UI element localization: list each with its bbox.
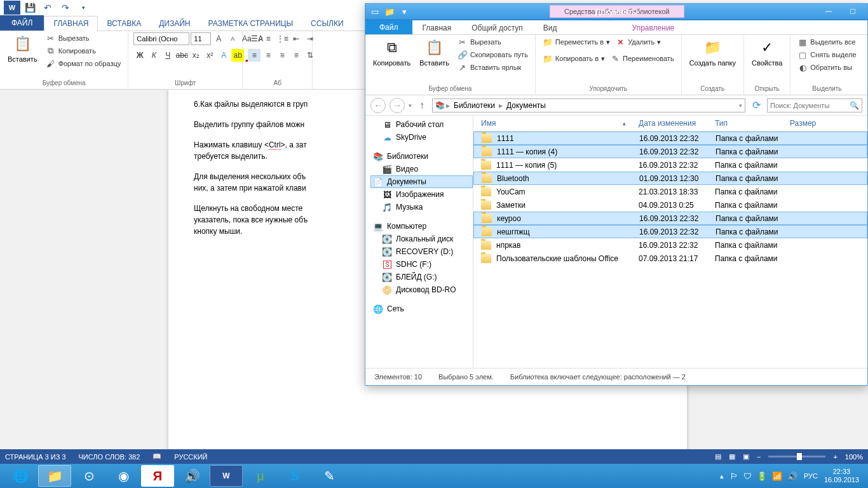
tree-videos[interactable]: 🎬Видео (370, 163, 473, 175)
copy-button[interactable]: ⧉Копировать (44, 45, 123, 57)
explorer-tab-home[interactable]: Главная (412, 22, 462, 34)
subscript-icon[interactable]: x₂ (189, 49, 202, 62)
paste-button[interactable]: 📋 Вставить (5, 32, 40, 64)
ex-selnone-button[interactable]: ▢Снять выделе (796, 49, 858, 60)
file-row[interactable]: YouCam21.03.2013 18:33Папка с файлами (473, 185, 867, 198)
ex-props-button[interactable]: ✓Свойства (749, 36, 785, 68)
ex-paste-button[interactable]: 📋Вставить (417, 36, 452, 68)
col-date[interactable]: Дата изменения (639, 119, 715, 128)
tree-bd[interactable]: 📀Дисковод BD-RO (370, 283, 473, 296)
italic-icon[interactable]: К (147, 49, 160, 62)
word-tab-layout[interactable]: РАЗМЕТКА СТРАНИЦЫ (200, 17, 302, 30)
ex-newfolder-button[interactable]: 📁Создать папку (687, 36, 738, 68)
justify-icon[interactable]: ≡ (290, 49, 302, 62)
multilevel-icon[interactable]: ⋮≡ (276, 32, 288, 45)
file-row[interactable]: нпркав16.09.2013 22:32Папка с файлами (473, 238, 867, 252)
col-type[interactable]: Тип (715, 119, 790, 128)
explorer-tab-manage[interactable]: Управление (622, 22, 685, 34)
tree-computer[interactable]: 💻Компьютер (370, 220, 473, 233)
tray-flag-icon[interactable]: 🏳 (730, 471, 738, 481)
align-center-icon[interactable]: ≡ (262, 49, 275, 62)
taskbar-ie[interactable]: 🌐 (4, 465, 37, 487)
tree-libraries[interactable]: 📚Библиотеки (370, 150, 473, 163)
ex-copy-button[interactable]: ⧉Копировать (370, 36, 413, 68)
underline-icon[interactable]: Ч (161, 49, 174, 62)
tree-local-disk[interactable]: 💽Локальный диск (370, 233, 473, 245)
taskbar-chrome[interactable]: ◉ (107, 465, 140, 487)
view-read-icon[interactable]: ▤ (715, 452, 721, 461)
taskbar-app[interactable]: ✎ (313, 465, 346, 487)
ex-selinv-button[interactable]: ◐Обратить вы (796, 62, 858, 73)
save-icon[interactable]: 💾 (22, 1, 38, 15)
word-tab-file[interactable]: ФАЙЛ (0, 15, 44, 30)
redo-icon[interactable]: ↷ (57, 1, 74, 15)
breadcrumb[interactable]: Библиотеки (451, 101, 498, 110)
taskbar-skype[interactable]: S (278, 465, 311, 487)
tray-wifi-icon[interactable]: 📶 (772, 471, 782, 481)
file-row[interactable]: 111116.09.2013 22:32Папка с файлами (473, 132, 867, 145)
word-tab-home[interactable]: ГЛАВНАЯ (44, 16, 98, 31)
file-row[interactable]: 1111 — копия (4)16.09.2013 22:32Папка с … (473, 145, 867, 158)
align-left-icon[interactable]: ≡ (248, 49, 261, 62)
zoom-in-icon[interactable]: + (833, 453, 837, 461)
nav-forward-button[interactable]: → (390, 98, 405, 113)
zoom-slider[interactable] (768, 456, 825, 458)
cut-button[interactable]: ✂Вырезать (44, 32, 123, 44)
highlight-icon[interactable]: ab (231, 49, 244, 62)
taskbar-explorer[interactable]: 📁 (38, 465, 71, 487)
col-name[interactable]: Имя▴ (473, 119, 639, 128)
ex-move-button[interactable]: 📁Переместить в ▾ (541, 36, 612, 48)
breadcrumb[interactable]: Документы (504, 101, 548, 110)
taskbar-volume[interactable]: 🔊 (175, 465, 208, 487)
ex-cut-button[interactable]: ✂Вырезать (456, 36, 530, 48)
explorer-tab-view[interactable]: Вид (533, 22, 567, 34)
file-row[interactable]: нешгпжщ16.09.2013 22:32Папка с файлами (473, 225, 867, 238)
word-tab-design[interactable]: ДИЗАЙН (150, 17, 199, 30)
addr-dropdown-icon[interactable]: ▾ (739, 102, 742, 109)
word-tab-references[interactable]: ССЫЛКИ (302, 17, 352, 30)
explorer-tab-share[interactable]: Общий доступ (461, 22, 533, 34)
view-print-icon[interactable]: ▦ (729, 452, 735, 461)
line-spacing-icon[interactable]: ⇅ (304, 49, 316, 62)
zoom-level[interactable]: 100% (845, 453, 863, 461)
taskbar-utorrent[interactable]: μ (244, 465, 277, 487)
superscript-icon[interactable]: x² (203, 49, 216, 62)
ex-copyto-button[interactable]: 📁Копировать в ▾ (541, 53, 607, 64)
word-app-icon[interactable]: W (4, 1, 20, 15)
taskbar-hp[interactable]: ⊙ (72, 465, 105, 487)
explorer-qat-props-icon[interactable]: ▾ (397, 5, 411, 18)
tray-language[interactable]: РУС (804, 472, 818, 480)
address-bar[interactable]: 📚 ▸ Библиотеки ▸ Документы ▾ (432, 98, 745, 112)
indent-dec-icon[interactable]: ⇤ (290, 32, 302, 45)
font-name-input[interactable] (133, 32, 189, 45)
bullets-icon[interactable]: ☰ (248, 32, 261, 45)
font-size-input[interactable] (191, 32, 211, 45)
file-row[interactable]: Заметки04.09.2013 0:25Папка с файлами (473, 198, 867, 212)
format-painter-button[interactable]: 🖌Формат по образцу (44, 58, 123, 69)
tree-skydrive[interactable]: ☁SkyDrive (370, 131, 473, 144)
tree-network[interactable]: 🌐Сеть (370, 302, 473, 315)
status-words[interactable]: ЧИСЛО СЛОВ: 382 (79, 453, 140, 461)
file-row[interactable]: 1111 — копия (5)16.09.2013 22:32Папка с … (473, 158, 867, 172)
shrink-font-icon[interactable]: A (226, 32, 239, 45)
tree-music[interactable]: 🎵Музыка (370, 201, 473, 214)
nav-back-button[interactable]: ← (370, 98, 386, 113)
explorer-titlebar[interactable]: ▭ 📁 ▾ Средства работы с библиотекой Доку… (365, 4, 867, 20)
strike-icon[interactable]: abc (175, 49, 188, 62)
indent-inc-icon[interactable]: ⇥ (304, 32, 316, 45)
undo-icon[interactable]: ↶ (39, 1, 56, 15)
nav-history-dropdown[interactable]: ▾ (409, 102, 412, 109)
tray-sound-icon[interactable]: 🔊 (787, 471, 797, 481)
status-language[interactable]: РУССКИЙ (174, 453, 207, 461)
ex-delete-button[interactable]: ✕Удалить ▾ (613, 36, 663, 48)
grow-font-icon[interactable]: A (212, 32, 225, 45)
text-effects-icon[interactable]: A (217, 49, 230, 62)
tree-recovery[interactable]: 💽RECOVERY (D:) (370, 245, 473, 258)
file-row[interactable]: Bluetooth01.09.2013 12:30Папка с файлами (473, 172, 867, 185)
tree-pictures[interactable]: 🖼Изображения (370, 188, 473, 201)
zoom-out-icon[interactable]: − (757, 453, 761, 461)
nav-up-button[interactable]: ↑ (416, 99, 428, 112)
tray-clock[interactable]: 22:33 16.09.2013 (824, 468, 859, 484)
tray-battery-icon[interactable]: 🔋 (757, 471, 767, 481)
align-right-icon[interactable]: ≡ (276, 49, 288, 62)
